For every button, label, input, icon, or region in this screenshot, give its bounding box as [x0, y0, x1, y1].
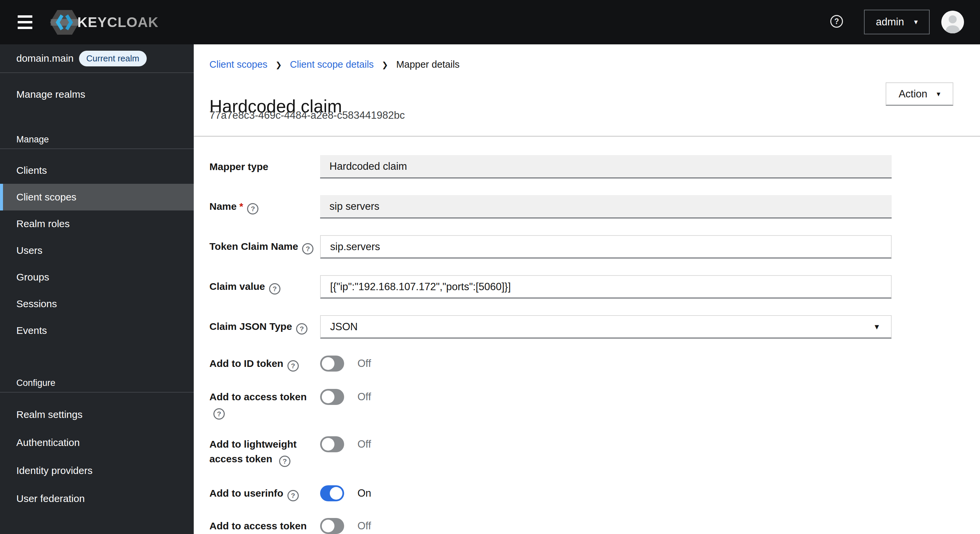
sidebar-item-users[interactable]: Users	[0, 237, 194, 264]
form-row-add-to-userinfo: Add to userinfo? On	[209, 485, 892, 501]
add-to-access-token-toggle[interactable]	[320, 389, 344, 405]
mapper-type-input[interactable]	[320, 155, 892, 179]
nav-group-manage: Clients Client scopes Realm roles Users …	[0, 149, 194, 344]
help-icon[interactable]: ?	[302, 243, 313, 255]
sidebar-item-events[interactable]: Events	[0, 317, 194, 344]
help-icon[interactable]: ?	[288, 360, 299, 371]
add-to-id-token-toggle[interactable]	[320, 355, 344, 371]
form-row-claim-value: Claim value?	[209, 275, 892, 298]
sidebar-item-sessions[interactable]: Sessions	[0, 290, 194, 317]
section-label-configure: Configure	[0, 374, 194, 392]
sidebar-item-clients[interactable]: Clients	[0, 157, 194, 184]
field-label-add-to-access-token: Add to access token ?	[209, 390, 320, 419]
field-label-add-to-id-token: Add to ID token?	[209, 356, 320, 371]
token-claim-name-input[interactable]	[320, 235, 892, 258]
form-row-add-to-access-token-2: Add to access token Off	[209, 518, 892, 534]
user-avatar-icon	[941, 11, 964, 33]
form-row-mapper-type: Mapper type	[209, 155, 892, 179]
chevron-right-icon: ❯	[275, 60, 282, 69]
avatar[interactable]	[941, 11, 964, 33]
realm-selector[interactable]: domain.main Current realm	[0, 45, 194, 73]
keycloak-logo-mark-icon	[50, 10, 80, 35]
form-row-name: Name*?	[209, 195, 892, 218]
toggle-state-label: Off	[358, 355, 371, 371]
header-divider	[194, 136, 980, 137]
section-label-manage: Manage	[0, 131, 194, 149]
help-icon[interactable]: ?	[288, 490, 299, 501]
form-row-add-to-access-token: Add to access token ? Off	[209, 389, 892, 419]
required-asterisk: *	[239, 201, 243, 212]
toggle-state-label: Off	[358, 389, 371, 419]
name-input[interactable]	[320, 195, 892, 218]
breadcrumb-current: Mapper details	[396, 59, 460, 70]
breadcrumb-link-client-scopes[interactable]: Client scopes	[209, 59, 267, 70]
realm-name: domain.main	[16, 53, 74, 64]
field-label-name: Name*?	[209, 199, 320, 214]
breadcrumb-link-client-scope-details[interactable]: Client scope details	[290, 59, 374, 70]
page-subtitle: 77a7e8c3-469c-4484-a2e8-c583441982bc	[209, 109, 405, 121]
field-label-add-to-access-token-2: Add to access token	[209, 519, 320, 533]
form-row-claim-json-type: Claim JSON Type? JSON ▾	[209, 315, 892, 338]
help-icon[interactable]: ?	[247, 203, 258, 214]
field-label-add-to-lightweight-access-token: Add to lightweight access token ?	[209, 437, 320, 467]
caret-down-icon: ▾	[875, 322, 879, 332]
caret-down-icon: ▾	[914, 18, 918, 26]
add-to-userinfo-toggle[interactable]	[320, 485, 344, 501]
brand-text: KEYCLOAK	[77, 14, 159, 30]
help-icon[interactable]: ?	[296, 323, 307, 335]
action-menu-button[interactable]: Action ▾	[886, 82, 953, 106]
breadcrumb: Client scopes ❯ Client scope details ❯ M…	[209, 59, 460, 70]
sidebar-item-authentication[interactable]: Authentication	[0, 429, 194, 457]
form-row-token-claim-name: Token Claim Name?	[209, 235, 892, 258]
toggle-state-label: On	[358, 485, 371, 501]
field-label-mapper-type: Mapper type	[209, 159, 320, 174]
sidebar-item-manage-realms[interactable]: Manage realms	[0, 81, 194, 108]
add-to-access-token-2-toggle[interactable]	[320, 518, 344, 534]
sidebar-item-user-federation[interactable]: User federation	[0, 485, 194, 513]
sidebar-item-identity-providers[interactable]: Identity providers	[0, 457, 194, 485]
masthead: KEYCLOAK ? admin ▾	[0, 0, 980, 45]
field-label-claim-value: Claim value?	[209, 279, 320, 295]
caret-down-icon: ▾	[937, 90, 940, 99]
field-label-claim-json-type: Claim JSON Type?	[209, 319, 320, 335]
user-name: admin	[876, 16, 904, 28]
keycloak-admin-console: KEYCLOAK ? admin ▾ domain.main Current r…	[0, 0, 980, 534]
sidebar-item-realm-settings[interactable]: Realm settings	[0, 400, 194, 429]
chevron-right-icon: ❯	[382, 60, 388, 69]
sidebar: domain.main Current realm Manage realms …	[0, 45, 194, 534]
toggle-state-label: Off	[358, 436, 371, 467]
add-to-lightweight-access-token-toggle[interactable]	[320, 436, 344, 452]
claim-value-input[interactable]	[320, 275, 892, 298]
nav-group-configure: Realm settings Authentication Identity p…	[0, 392, 194, 513]
field-label-token-claim-name: Token Claim Name?	[209, 239, 320, 255]
help-icon[interactable]: ?	[830, 15, 843, 28]
form-row-add-to-lightweight-access-token: Add to lightweight access token ? Off	[209, 436, 892, 467]
form-row-add-to-id-token: Add to ID token? Off	[209, 355, 892, 371]
hamburger-icon	[18, 15, 32, 18]
help-icon[interactable]: ?	[279, 456, 290, 467]
help-icon[interactable]: ?	[269, 283, 280, 295]
nav-toggle-button[interactable]	[18, 15, 32, 29]
sidebar-item-realm-roles[interactable]: Realm roles	[0, 210, 194, 237]
sidebar-item-client-scopes[interactable]: Client scopes	[0, 184, 194, 210]
field-label-add-to-userinfo: Add to userinfo?	[209, 486, 320, 501]
keycloak-logo: KEYCLOAK	[50, 10, 159, 35]
user-menu-button[interactable]: admin ▾	[864, 10, 930, 34]
claim-json-type-select[interactable]: JSON ▾	[320, 315, 892, 338]
toggle-state-label: Off	[358, 518, 371, 534]
current-realm-badge: Current realm	[79, 51, 147, 66]
sidebar-item-groups[interactable]: Groups	[0, 264, 194, 290]
help-icon[interactable]: ?	[213, 408, 225, 419]
